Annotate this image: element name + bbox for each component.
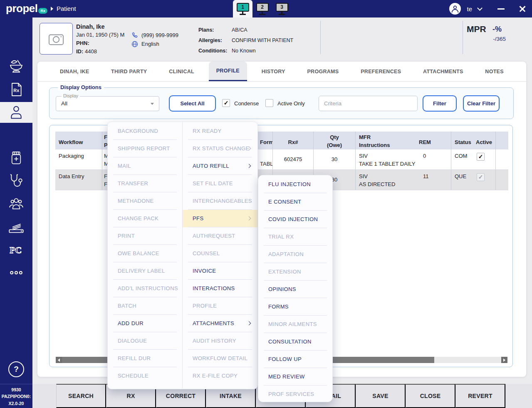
clear-filter-button[interactable]: Clear Filter (463, 95, 500, 112)
menu-item-auto-refill[interactable]: AUTO REFILL (183, 157, 257, 175)
menu-item-rx-e-file-copy: RX E-FILE COPY (183, 367, 257, 385)
col-qty-owe: Qty (Owe) (314, 132, 356, 149)
monitor-tab-3[interactable]: 3 (272, 0, 292, 17)
scroll-left-arrow[interactable] (56, 357, 62, 363)
menu-item-add-dur[interactable]: ADD DUR (108, 315, 182, 332)
submenu-item-med-review[interactable]: MED REVIEW (258, 368, 332, 386)
condense-label: Condense (234, 100, 259, 107)
more-dots-icon[interactable] (7, 264, 25, 282)
menu-item-interactions[interactable]: INTERACTIONS (183, 280, 257, 297)
groups-icon[interactable] (7, 195, 25, 213)
menu-item-pfs[interactable]: PFS (183, 210, 257, 227)
filter-button[interactable]: Filter (423, 95, 457, 112)
pharmaconnect-icon[interactable]: PC (7, 241, 25, 259)
revert-button[interactable]: REVERT (455, 384, 505, 408)
submenu-item-consultation[interactable]: CONSULTATION (258, 333, 332, 351)
save-button[interactable]: SAVE (356, 384, 406, 408)
tab-third-party[interactable]: THIRD PARTY (104, 62, 154, 81)
menu-item-addl-instructions: ADD'L INSTRUCTIONS (108, 280, 182, 297)
menu-item-rx-status-change: RX STATUS CHANGE (183, 140, 257, 157)
mpr-percent: -% (492, 25, 502, 34)
col-active: Active (474, 132, 496, 149)
patient-photo-placeholder[interactable] (40, 23, 73, 55)
sidebar-active-item (0, 102, 32, 123)
tab-attachments[interactable]: ATTACHMENTS (416, 62, 471, 81)
active-only-checkbox[interactable] (265, 99, 273, 107)
scanner-icon[interactable] (7, 218, 25, 236)
tab-notes[interactable]: NOTES (478, 62, 511, 81)
pfs-submenu: FLU INJECTION E CONSENT COVID INJECTION … (258, 175, 333, 402)
svg-text:PC: PC (10, 245, 22, 255)
chevron-right-icon (247, 216, 251, 221)
propel-logo: propel Rx (6, 2, 47, 15)
patient-demographics: Jan 01, 1950 (75) M (76, 31, 124, 39)
chevron-down-icon[interactable] (477, 5, 483, 11)
patient-header: Dinah, Ike Jan 01, 1950 (75) M PHN: ID: … (32, 17, 532, 59)
display-options-panel: Display Options Display All Select All ✓… (49, 87, 514, 119)
col-workflow: Workflow (55, 132, 102, 149)
display-dropdown-value: All (61, 100, 67, 107)
col-status: Status (451, 132, 474, 149)
user-area: te (449, 0, 526, 17)
col-rem: REM (410, 132, 451, 149)
criteria-input[interactable] (319, 96, 418, 111)
close-window-button[interactable] (519, 5, 526, 12)
select-all-button[interactable]: Select All (169, 95, 216, 112)
user-avatar-icon[interactable] (449, 3, 461, 15)
active-only-label: Active Only (277, 100, 305, 107)
menu-item-rx-ready: RX READY (183, 122, 257, 140)
menu-item-dialogue: DIALOGUE (108, 332, 182, 350)
mortar-pestle-icon[interactable] (7, 57, 25, 76)
tab-programs[interactable]: PROGRAMS (299, 62, 346, 81)
display-dropdown[interactable]: Display All (56, 96, 159, 111)
patient-name: Dinah, Ike (76, 22, 124, 31)
submenu-item-flu-injection[interactable]: FLU INJECTION (258, 176, 332, 193)
submenu-item-e-consent[interactable]: E CONSENT (258, 193, 332, 211)
menu-item-invoice[interactable]: INVOICE (183, 262, 257, 280)
propel-rx-window: propel Rx Patient 1 2 3 (0, 0, 532, 408)
monitor-icon: 2 (256, 3, 269, 15)
medication-vial-icon[interactable] (7, 149, 25, 167)
patient-contact: (999) 999-9999 English (131, 31, 178, 48)
submenu-item-forms[interactable]: FORMS (258, 298, 332, 316)
globe-icon (131, 40, 139, 48)
tab-profile[interactable]: PROFILE (209, 62, 247, 81)
submenu-item-covid-injection[interactable]: COVID INJECTION (258, 211, 332, 228)
patient-language: English (141, 40, 159, 48)
menu-item-attachments[interactable]: ATTACHMENTS (183, 315, 257, 332)
submenu-item-trial-rx: TRIAL RX (258, 228, 332, 246)
patient-identity: Dinah, Ike Jan 01, 1950 (75) M PHN: ID: … (76, 22, 124, 56)
submenu-item-extension: EXTENSION (258, 263, 332, 281)
submenu-item-opinions[interactable]: OPINIONS (258, 281, 332, 298)
id-label: ID: (76, 48, 83, 55)
close-button[interactable]: CLOSE (406, 384, 455, 408)
help-icon[interactable]: ? (8, 361, 24, 377)
stethoscope-icon[interactable] (7, 172, 25, 190)
breadcrumb-arrow-icon (51, 7, 53, 11)
active-checkbox[interactable]: ✓ (477, 153, 485, 161)
rx-badge: Rx (38, 8, 47, 14)
tab-history[interactable]: HISTORY (254, 62, 293, 81)
condense-checkbox[interactable]: ✓ (222, 99, 230, 107)
menu-item-set-fill-date: SET FILL DATE (183, 175, 257, 192)
scroll-right-arrow[interactable] (501, 357, 507, 363)
monitor-tab-2[interactable]: 2 (252, 0, 272, 17)
monitor-tab-1[interactable]: 1 (233, 0, 252, 17)
rx-document-icon[interactable]: Rx (7, 80, 25, 99)
tab-clinical[interactable]: CLINICAL (161, 62, 202, 81)
patient-icon[interactable] (7, 103, 25, 122)
conditions-value: No Known (232, 46, 293, 56)
submenu-item-follow-up[interactable]: FOLLOW UP (258, 351, 332, 368)
menu-item-schedule: SCHEDULE (108, 367, 182, 385)
menu-item-authrequest: AUTHREQUEST (183, 227, 257, 245)
tab-dinah-ike[interactable]: DINAH, IKE (52, 62, 97, 81)
minimize-button[interactable] (497, 8, 505, 10)
chevron-right-icon (247, 164, 251, 168)
tab-preferences[interactable]: PREFERENCES (353, 62, 408, 81)
menu-item-mail: MAIL (108, 157, 182, 175)
menu-item-refill-dur: REFILL DUR (108, 350, 182, 367)
search-button[interactable]: SEARCH (56, 384, 106, 408)
menu-item-owe-balance: OWE BALANCE (108, 245, 182, 262)
allergies-label: Allergies: (198, 35, 228, 46)
svg-text:Rx: Rx (13, 88, 19, 93)
